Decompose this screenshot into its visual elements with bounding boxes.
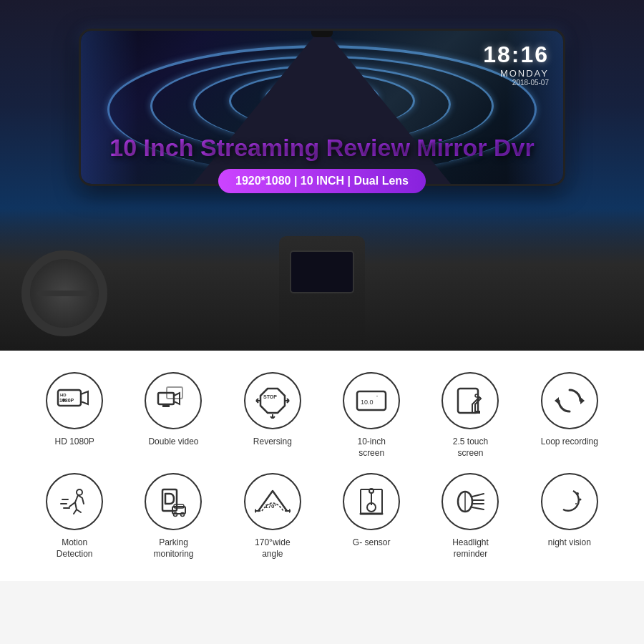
day-display: MONDAY	[483, 68, 549, 79]
time-overlay: 18:16 MONDAY 2018-05-07	[483, 42, 549, 87]
night-vision-icon-circle	[541, 473, 598, 530]
center-console	[279, 236, 365, 351]
svg-point-54	[576, 492, 579, 495]
center-screen	[290, 250, 354, 293]
parking-icon-circle	[145, 473, 202, 530]
feature-parking: Parkingmonitoring	[127, 473, 219, 560]
loop-recording-label: Loop recording	[541, 436, 598, 448]
svg-text:": "	[376, 395, 378, 399]
reversing-icon-circle: STOP	[244, 372, 301, 429]
svg-marker-26	[555, 397, 559, 404]
feature-night-vision: night vision	[524, 473, 615, 560]
motion-detection-label: MotionDetection	[57, 537, 93, 560]
g-sensor-label: G- sensor	[353, 537, 391, 549]
feature-double-video: Double video	[127, 372, 219, 459]
parking-icon	[155, 484, 191, 519]
feature-headlight: Headlightreminder	[424, 473, 516, 560]
svg-marker-38	[255, 509, 256, 513]
main-title: 10 Inch Streaming Review Mirror Dvr	[0, 134, 644, 162]
svg-point-55	[579, 499, 581, 501]
svg-rect-7	[162, 404, 170, 407]
svg-marker-25	[580, 397, 585, 404]
wide-angle-icon: 170°	[255, 484, 291, 519]
feature-g-sensor: G- sensor	[326, 473, 417, 560]
svg-point-27	[77, 489, 82, 495]
touch-screen-icon	[452, 383, 488, 419]
motion-detection-icon-circle	[46, 473, 103, 530]
feature-loop-recording: Loop recording	[524, 372, 615, 459]
camera-notch	[311, 29, 333, 37]
feature-wide-angle: 170° 170°wideangle	[227, 473, 318, 560]
svg-line-50	[472, 494, 484, 497]
touch-screen-label: 2.5 touchscreen	[453, 436, 488, 459]
feature-hd-1080p: HD 1080P HD 1080P	[29, 372, 120, 459]
hd-1080p-icon: HD 1080P	[57, 383, 92, 419]
wide-angle-label: 170°wideangle	[255, 537, 291, 560]
svg-text:1080P: 1080P	[59, 398, 74, 403]
headlight-icon-circle	[441, 473, 499, 530]
reversing-label: Reversing	[253, 436, 292, 448]
features-grid-row1: HD 1080P HD 1080P Double video	[29, 372, 615, 560]
date-display: 2018-05-07	[483, 79, 549, 87]
features-section: HD 1080P HD 1080P Double video	[0, 351, 644, 581]
feature-10-inch: 10.0 " 10-inchscreen	[326, 372, 417, 459]
night-vision-icon	[552, 484, 587, 519]
hd-1080p-label: HD 1080P	[54, 436, 94, 448]
svg-point-24	[475, 394, 478, 397]
loop-recording-icon	[552, 383, 587, 419]
10-inch-icon-circle: 10.0 "	[343, 372, 400, 429]
10-inch-icon: 10.0 "	[353, 383, 389, 419]
headlight-icon	[452, 484, 488, 519]
svg-text:HD: HD	[60, 393, 67, 397]
feature-motion-detection: MotionDetection	[29, 473, 120, 560]
double-video-icon	[155, 383, 191, 419]
svg-text:10.0: 10.0	[361, 399, 374, 406]
double-video-icon-circle	[145, 372, 202, 429]
top-section: 18:16 MONDAY 2018-05-07 10 Inch Streamin…	[0, 0, 644, 351]
svg-point-56	[575, 503, 577, 504]
feature-reversing: STOP Reversing	[227, 372, 318, 459]
svg-line-53	[472, 507, 484, 509]
touch-screen-icon-circle	[441, 372, 499, 429]
svg-marker-9	[260, 389, 285, 413]
title-section: 10 Inch Streaming Review Mirror Dvr 1920…	[0, 134, 644, 193]
svg-point-4	[62, 399, 65, 401]
g-sensor-icon	[353, 484, 389, 519]
hd-1080p-icon-circle: HD 1080P	[46, 372, 103, 429]
wide-angle-icon-circle: 170°	[244, 473, 301, 530]
10-inch-label: 10-inchscreen	[357, 436, 385, 459]
night-vision-label: night vision	[548, 537, 591, 549]
double-video-label: Double video	[148, 436, 198, 448]
g-sensor-icon-circle	[343, 473, 400, 530]
svg-marker-40	[289, 509, 291, 513]
loop-recording-icon-circle	[541, 372, 598, 429]
svg-text:STOP: STOP	[263, 394, 277, 399]
headlight-label: Headlightreminder	[452, 537, 489, 560]
subtitle-badge: 1920*1080 | 10 INCH | Dual Lens	[218, 169, 426, 193]
svg-marker-3	[81, 391, 88, 404]
reversing-icon: STOP	[255, 383, 291, 419]
feature-touch-screen: 2.5 touchscreen	[424, 372, 516, 459]
parking-label: Parkingmonitoring	[153, 537, 193, 560]
steering-wheel	[21, 250, 107, 336]
motion-detection-icon	[57, 484, 92, 519]
time-display: 18:16	[483, 42, 549, 68]
svg-text:170°: 170°	[265, 503, 277, 509]
